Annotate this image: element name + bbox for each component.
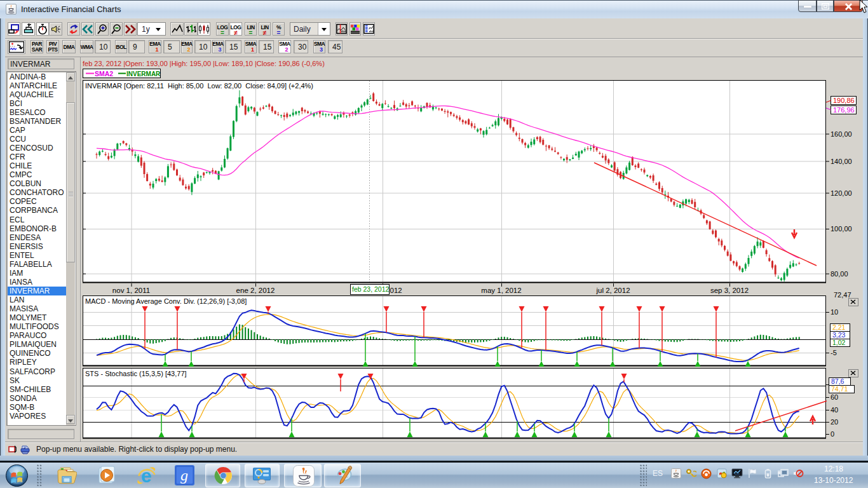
svg-text:INVERMAR: INVERMAR — [126, 71, 161, 78]
svg-text:72,47: 72,47 — [834, 291, 851, 299]
svg-text:120,00: 120,00 — [831, 189, 852, 197]
svg-text:40: 40 — [831, 406, 838, 414]
svg-text:100,00: 100,00 — [831, 225, 852, 233]
svg-text:SMA2: SMA2 — [95, 70, 113, 78]
svg-text:MACD - Moving Average Conv. Di: MACD - Moving Average Conv. Div. (12,26,… — [85, 297, 247, 305]
svg-text:87,6: 87,6 — [831, 377, 844, 385]
svg-text:sep 3, 2012: sep 3, 2012 — [710, 287, 749, 294]
svg-text:190,86: 190,86 — [833, 97, 855, 104]
svg-text:STS - Stochastic (15,3,5) [43,: STS - Stochastic (15,3,5) [43,77] — [85, 370, 187, 377]
svg-text:0: 0 — [831, 430, 834, 438]
svg-text:nov 1, 2011: nov 1, 2011 — [112, 287, 150, 294]
svg-text:1,02: 1,02 — [832, 339, 846, 346]
svg-text:80,00: 80,00 — [831, 270, 848, 278]
svg-text:feb 23, 2012 |Open: 193,00 |Hi: feb 23, 2012 |Open: 193,00 |High: 195,00… — [83, 60, 325, 67]
svg-text:-5: -5 — [831, 349, 837, 356]
svg-text:140,00: 140,00 — [831, 158, 852, 165]
svg-text:g: g — [180, 467, 188, 484]
svg-text:feb 23, 2012: feb 23, 2012 — [352, 285, 390, 293]
svg-text:INVERMAR [Open: 82,11 High: 8: INVERMAR [Open: 82,11 High: 85,00 Low: 8… — [85, 82, 313, 90]
svg-text:jul 2, 2012: jul 2, 2012 — [595, 287, 630, 294]
svg-text:may 1, 2012: may 1, 2012 — [481, 287, 521, 294]
svg-text:ene 2, 2012: ene 2, 2012 — [236, 287, 275, 294]
svg-text:20: 20 — [831, 418, 838, 426]
svg-text:74,71: 74,71 — [831, 385, 848, 393]
svg-text:176,96: 176,96 — [833, 106, 855, 114]
svg-text:10: 10 — [831, 308, 838, 316]
svg-text:160,00: 160,00 — [831, 130, 852, 138]
svg-text:60: 60 — [831, 393, 838, 401]
svg-text:2,21: 2,21 — [832, 323, 846, 331]
svg-text:3,23: 3,23 — [832, 331, 846, 339]
